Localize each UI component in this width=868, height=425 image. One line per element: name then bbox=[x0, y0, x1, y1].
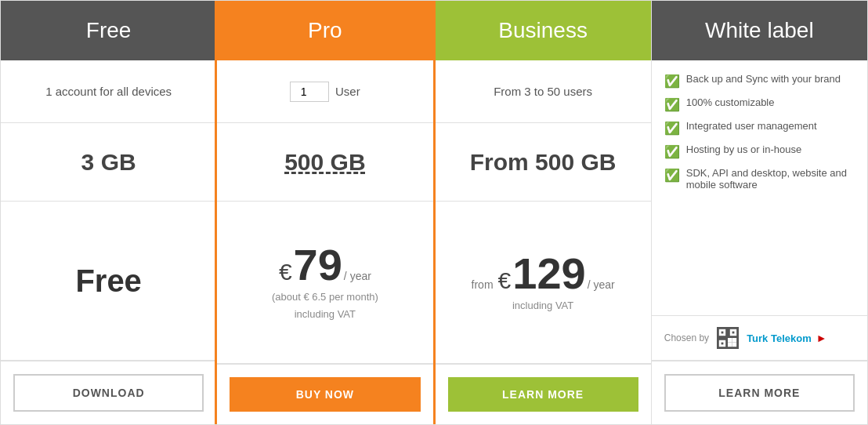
free-header: Free bbox=[1, 1, 216, 60]
pro-currency: € bbox=[279, 259, 292, 285]
svg-rect-2 bbox=[722, 332, 724, 334]
business-column: Business From 3 to 50 users From 500 GB … bbox=[436, 1, 652, 424]
check-icon: ✅ bbox=[664, 144, 680, 159]
business-users-text: From 3 to 50 users bbox=[494, 85, 592, 98]
pro-title: Pro bbox=[308, 18, 342, 42]
download-button[interactable]: DOWNLOAD bbox=[13, 374, 204, 412]
chosen-by-section: Chosen by Turk Telekom ► bbox=[652, 316, 867, 361]
whitelabel-column: White label ✅Back up and Sync with your … bbox=[652, 1, 867, 424]
pro-btn-section: BUY NOW bbox=[217, 364, 432, 424]
free-price-label: Free bbox=[75, 263, 142, 299]
turk-telekom-text: Turk Telekom bbox=[747, 332, 812, 344]
free-title: Free bbox=[86, 18, 132, 42]
free-storage-text: 3 GB bbox=[81, 149, 136, 176]
chosen-by-label: Chosen by bbox=[664, 332, 709, 343]
check-icon: ✅ bbox=[664, 168, 680, 183]
whitelabel-title: White label bbox=[705, 18, 814, 42]
chosen-logo-qr bbox=[717, 327, 739, 349]
business-price-main: from € 129 / year bbox=[472, 252, 615, 296]
business-header: Business bbox=[436, 1, 651, 60]
svg-rect-9 bbox=[728, 343, 732, 347]
business-from-label: from bbox=[472, 278, 494, 291]
free-price-section: Free bbox=[1, 202, 216, 361]
business-title: Business bbox=[498, 18, 588, 42]
pro-price-main: € 79 / year bbox=[279, 243, 371, 287]
svg-rect-8 bbox=[732, 338, 737, 343]
business-storage-section: From 500 GB bbox=[436, 123, 651, 202]
whitelabel-features: ✅Back up and Sync with your brand✅100% c… bbox=[652, 60, 867, 316]
wl-feature-text: Back up and Sync with your brand bbox=[686, 73, 841, 85]
whitelabel-header: White label bbox=[652, 1, 867, 60]
pro-header: Pro bbox=[217, 1, 432, 60]
pro-storage-section: 500 GB bbox=[217, 123, 432, 202]
business-users-section: From 3 to 50 users bbox=[436, 60, 651, 123]
svg-rect-4 bbox=[732, 332, 735, 334]
pro-price-sub2: including VAT bbox=[295, 307, 356, 321]
free-column: Free 1 account for all devices 3 GB Free… bbox=[1, 1, 217, 424]
pro-period: / year bbox=[344, 270, 371, 282]
pro-users-section: User bbox=[217, 60, 432, 123]
wl-feature-text: Hosting by us or in-house bbox=[686, 143, 801, 155]
free-users-text: 1 account for all devices bbox=[45, 85, 172, 98]
business-price-section: from € 129 / year including VAT bbox=[436, 202, 651, 364]
svg-rect-10 bbox=[732, 343, 737, 347]
user-selector: User bbox=[290, 82, 360, 102]
check-icon: ✅ bbox=[664, 121, 680, 136]
svg-rect-7 bbox=[728, 338, 732, 343]
business-learn-more-button[interactable]: LEARN MORE bbox=[448, 377, 638, 412]
user-label: User bbox=[335, 85, 360, 98]
business-price-sub: including VAT bbox=[512, 299, 573, 313]
wl-feature-text: Integrated user management bbox=[686, 120, 817, 132]
wl-feature-item: ✅Back up and Sync with your brand bbox=[664, 73, 855, 89]
business-amount: 129 bbox=[512, 252, 585, 296]
wl-feature-item: ✅100% customizable bbox=[664, 96, 855, 112]
pro-price-sub1: (about € 6.5 per month) bbox=[272, 290, 378, 304]
free-users-section: 1 account for all devices bbox=[1, 60, 216, 123]
check-icon: ✅ bbox=[664, 74, 680, 89]
free-storage-section: 3 GB bbox=[1, 123, 216, 202]
business-btn-section: LEARN MORE bbox=[436, 364, 651, 424]
turk-telekom-logo: Turk Telekom ► bbox=[747, 332, 826, 344]
check-icon: ✅ bbox=[664, 97, 680, 112]
pro-amount: 79 bbox=[294, 243, 342, 287]
turk-telekom-arrow-icon: ► bbox=[816, 332, 827, 344]
free-btn-section: DOWNLOAD bbox=[1, 361, 216, 424]
wl-feature-text: 100% customizable bbox=[686, 96, 775, 108]
business-period: / year bbox=[588, 278, 615, 291]
qr-logo-icon bbox=[717, 327, 739, 349]
wl-feature-text: SDK, API and desktop, website and mobile… bbox=[686, 167, 855, 191]
whitelabel-btn-section: LEARN MORE bbox=[652, 361, 867, 424]
wl-feature-item: ✅SDK, API and desktop, website and mobil… bbox=[664, 167, 855, 191]
pro-storage-text: 500 GB bbox=[284, 149, 365, 176]
pro-column: Pro User 500 GB € 79 / year (about € 6.5… bbox=[215, 1, 435, 424]
wl-feature-item: ✅Integrated user management bbox=[664, 120, 855, 136]
pricing-table: Free 1 account for all devices 3 GB Free… bbox=[0, 0, 868, 425]
svg-rect-6 bbox=[722, 343, 724, 345]
wl-feature-item: ✅Hosting by us or in-house bbox=[664, 143, 855, 159]
business-currency: € bbox=[498, 267, 512, 294]
business-storage-text: From 500 GB bbox=[470, 149, 617, 176]
buy-now-button[interactable]: BUY NOW bbox=[230, 377, 420, 412]
pro-price-section: € 79 / year (about € 6.5 per month) incl… bbox=[217, 202, 432, 364]
whitelabel-learn-more-button[interactable]: LEARN MORE bbox=[664, 374, 855, 412]
user-count-input[interactable] bbox=[290, 82, 329, 102]
